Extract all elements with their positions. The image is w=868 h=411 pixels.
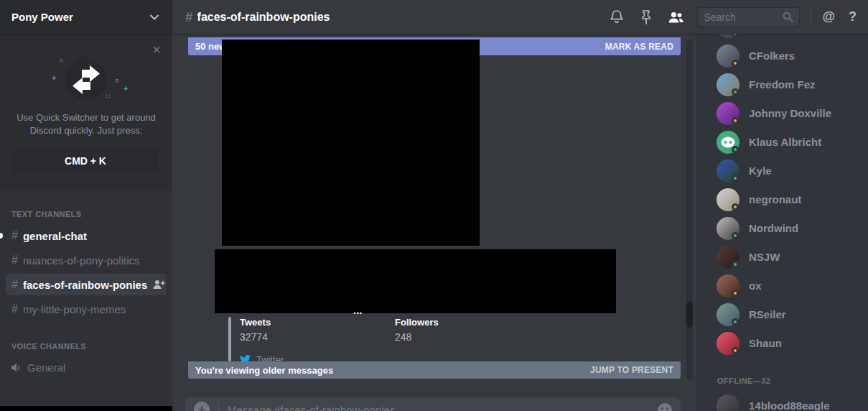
- pinned-messages-icon[interactable]: [638, 9, 654, 25]
- channel-general-chat[interactable]: # general-chat: [0, 225, 172, 246]
- channel-sidebar: Pony Power × + ○ ○ + ∷ Use Quick Switche…: [0, 0, 172, 411]
- hash-icon: #: [11, 229, 18, 242]
- search-input[interactable]: [704, 11, 783, 23]
- redacted-user-panel: [0, 406, 172, 411]
- sparkle-dots-gray: ∷: [106, 93, 111, 100]
- channel-my-little-pony-memes[interactable]: # my-little-pony-memes: [0, 298, 172, 320]
- stat-value: 32774: [240, 331, 271, 343]
- status-dot: [732, 203, 739, 211]
- channel-title: faces-of-rainbow-ponies: [197, 11, 610, 24]
- quick-switcher-promo: × + ○ ○ + ∷ Use Quick Switcher to get ar…: [0, 34, 172, 190]
- search-icon: [783, 11, 793, 22]
- member-name: negronaut: [749, 193, 801, 206]
- status-dot: [732, 117, 739, 124]
- member-name: Johnny Doxville: [749, 107, 831, 119]
- help-icon[interactable]: ?: [849, 9, 857, 24]
- message-composer: +: [185, 397, 681, 411]
- server-name: Pony Power: [11, 11, 148, 23]
- hash-icon: #: [11, 278, 18, 291]
- voice-channels-label: VOICE CHANNELS: [11, 342, 86, 351]
- member-row[interactable]: Kyle: [696, 157, 868, 185]
- embed-stat-tweets: Tweets 32774: [240, 317, 271, 343]
- channel-name: faces-of-rainbow-ponies: [23, 279, 147, 291]
- chat-scrollbar-thumb[interactable]: [686, 302, 693, 328]
- hash-icon: #: [185, 9, 193, 25]
- sparkle-ring-blue: ○: [60, 57, 63, 64]
- member-name: Klaus Albricht: [749, 136, 821, 148]
- jump-to-present-button[interactable]: JUMP TO PRESENT: [590, 365, 673, 375]
- stat-label: Tweets: [240, 317, 271, 328]
- hash-icon: #: [11, 254, 18, 267]
- channel-name: general-chat: [23, 230, 87, 242]
- speaker-icon: [10, 361, 22, 374]
- stat-label: Followers: [395, 317, 439, 328]
- emoji-picker-icon[interactable]: [658, 403, 672, 411]
- member-row[interactable]: 14blood88eagle: [696, 392, 868, 411]
- server-header-dropdown[interactable]: Pony Power: [0, 0, 172, 34]
- member-row[interactable]: negronaut: [696, 185, 868, 214]
- status-dot: [732, 88, 739, 96]
- member-row[interactable]: Klaus Albricht: [696, 128, 868, 157]
- mark-as-read-button[interactable]: MARK AS READ: [605, 42, 673, 52]
- status-dot: [732, 34, 739, 37]
- message-input[interactable]: [228, 402, 658, 411]
- member-name: ox: [749, 280, 762, 292]
- member-name: Kyle: [749, 165, 772, 177]
- composer-divider: [218, 402, 219, 411]
- discord-logo-glyph: [717, 131, 739, 154]
- voice-channel-name: General: [27, 361, 65, 374]
- mentions-icon[interactable]: @: [822, 9, 835, 24]
- member-row[interactable]: RSeiler: [696, 300, 868, 329]
- status-dot: [732, 175, 739, 182]
- status-dot: [732, 290, 739, 297]
- cmd-k-button[interactable]: CMD + K: [14, 149, 157, 172]
- message-truncation: ...: [353, 304, 363, 316]
- member-row[interactable]: NSJW: [696, 243, 868, 272]
- member-row[interactable]: Nordwind: [696, 214, 868, 243]
- status-dot: [732, 60, 739, 67]
- redacted-content-block: [215, 249, 616, 313]
- member-name: RSeiler: [749, 308, 786, 320]
- hash-icon: #: [11, 303, 18, 315]
- sparkle-plus-green: +: [123, 84, 128, 93]
- older-messages-text: You're viewing older messages: [195, 365, 333, 376]
- avatar: [717, 394, 739, 411]
- invite-people-icon[interactable]: [153, 280, 165, 290]
- member-name: Nordwind: [749, 222, 798, 234]
- member-row[interactable]: Shaun: [696, 329, 868, 358]
- chat-scrollbar-track[interactable]: [686, 40, 693, 379]
- status-dot: [732, 347, 739, 354]
- channel-faces-of-rainbow-ponies[interactable]: # faces-of-rainbow-ponies: [0, 274, 172, 295]
- sparkle-ring-yellow: ○: [115, 77, 118, 84]
- offline-section-label: OFFLINE—32: [717, 377, 770, 385]
- quick-switcher-icon: [64, 57, 108, 102]
- search-box[interactable]: [697, 7, 800, 27]
- member-row[interactable]: Freedom Fez: [696, 70, 868, 99]
- embed-left-border: [228, 317, 231, 361]
- channel-header-bar: # faces-of-rainbow-ponies: [172, 0, 868, 34]
- status-dot: [732, 232, 739, 239]
- member-name: NSJW: [749, 251, 780, 263]
- twitter-embed: Tweets 32774 Followers 248 Twitter: [228, 317, 609, 361]
- embed-stat-followers: Followers 248: [395, 317, 439, 343]
- stat-value: 248: [395, 331, 439, 343]
- close-icon[interactable]: ×: [152, 42, 161, 57]
- redacted-content-block: [222, 40, 480, 246]
- upload-plus-icon[interactable]: +: [194, 402, 210, 411]
- channel-name: nuances-of-pony-politics: [23, 254, 140, 267]
- notifications-bell-icon[interactable]: [609, 9, 625, 25]
- discord-app: Pony Power × + ○ ○ + ∷ Use Quick Switche…: [0, 0, 868, 411]
- channel-nuances-of-pony-politics[interactable]: # nuances-of-pony-politics: [0, 249, 172, 271]
- member-name: CFolkers: [749, 50, 795, 62]
- member-row[interactable]: CFolkers: [696, 42, 868, 70]
- member-name: 14blood88eagle: [749, 400, 830, 411]
- voice-channel-general[interactable]: General: [0, 356, 172, 378]
- sparkle-plus-purple: +: [52, 73, 56, 82]
- status-dot: [732, 318, 739, 325]
- member-name: Freedom Fez: [749, 78, 816, 91]
- unread-indicator: [0, 233, 3, 239]
- member-row[interactable]: Johnny Doxville: [696, 99, 868, 128]
- chevron-down-icon: [148, 11, 161, 24]
- member-row[interactable]: ox: [696, 272, 868, 300]
- member-list-toggle-icon[interactable]: [668, 9, 683, 25]
